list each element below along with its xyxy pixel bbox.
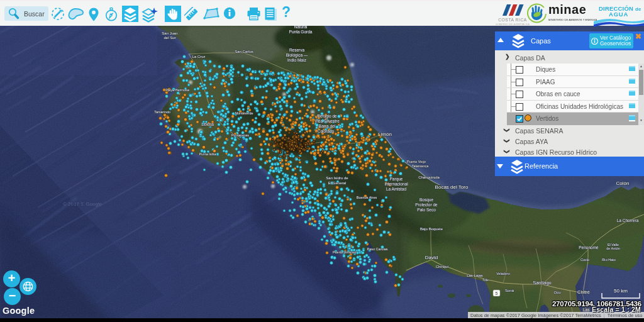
svg-text:5: 5 [496,291,498,296]
